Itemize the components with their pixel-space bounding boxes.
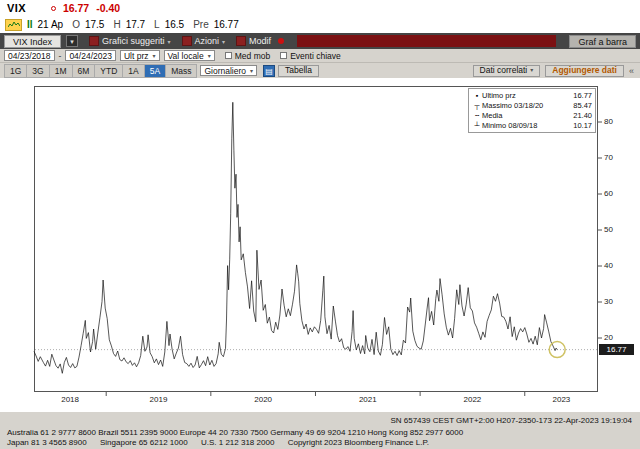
bloomberg-terminal: VIX 16.77 -0.40 Il 21 Ap O 17.5 H 17.7 L… bbox=[0, 0, 640, 449]
period-6m[interactable]: 6M bbox=[73, 65, 96, 77]
prev-close-value: 16.77 bbox=[214, 19, 239, 30]
high-label: H bbox=[113, 19, 120, 30]
menu-key-badge bbox=[89, 36, 99, 46]
last-price-axis-marker: 16.77 bbox=[599, 344, 634, 355]
menu-item-actions[interactable]: Azioni ▾ bbox=[182, 36, 226, 46]
related-data-label: Dati correlati bbox=[480, 65, 528, 76]
ohlc-bar: Il 21 Ap O 17.5 H 17.7 L 16.5 Pre 16.77 bbox=[0, 16, 640, 33]
chevron-down-icon: ▾ bbox=[250, 67, 253, 74]
field-select-value: Ult prz bbox=[124, 51, 149, 61]
session-status-line: SN 657439 CEST GMT+2:00 H207-2350-173 22… bbox=[390, 416, 632, 425]
chevron-down-icon: ▾ bbox=[168, 38, 171, 45]
period-mass[interactable]: Mass bbox=[166, 65, 196, 77]
price-status-icon bbox=[51, 6, 56, 11]
chart-settings-toolbar: 04/23/2018 - 04/24/2023 Ult prz ▾ Val lo… bbox=[0, 49, 640, 63]
sparkline-icon bbox=[5, 19, 22, 31]
legend-value: 85.47 bbox=[573, 101, 592, 110]
moving-average-label: Med mob bbox=[235, 51, 270, 61]
alert-dot-icon bbox=[278, 38, 284, 44]
date-from-input[interactable]: 04/23/2018 bbox=[4, 50, 55, 61]
moving-average-checkbox[interactable]: Med mob bbox=[225, 51, 270, 61]
low-label: L bbox=[154, 19, 160, 30]
mean-marker-icon: ╌ bbox=[472, 111, 482, 120]
key-events-checkbox[interactable]: Eventi chiave bbox=[280, 51, 341, 61]
contact-line-2: Japan 81 3 4565 8900 Singapore 65 6212 1… bbox=[7, 438, 429, 447]
security-tab[interactable]: VIX Index bbox=[4, 35, 61, 48]
chevron-down-icon: ▾ bbox=[153, 52, 156, 59]
period-1m[interactable]: 1M bbox=[50, 65, 73, 77]
data-buttons-group: Dati correlati ▾ Aggiungere dati « bbox=[473, 65, 634, 77]
chevron-down-icon: ▾ bbox=[222, 38, 225, 45]
contact-line-1: Australia 61 2 9777 8600 Brazil 5511 239… bbox=[7, 428, 463, 437]
menu-item-label: Grafici suggeriti bbox=[102, 36, 165, 46]
legend-row: ┴ Minimo 08/09/18 10.17 bbox=[472, 121, 592, 130]
add-data-button[interactable]: Aggiungere dati bbox=[545, 65, 624, 77]
legend-value: 10.17 bbox=[573, 121, 592, 130]
period-1a[interactable]: 1A bbox=[123, 65, 144, 77]
chart-layout-icon[interactable]: ▤ bbox=[263, 65, 275, 77]
legend-row: ▪ Ultimo prz 16.77 bbox=[472, 91, 592, 100]
quote-header: VIX 16.77 -0.40 bbox=[0, 0, 640, 16]
legend-label: Media bbox=[482, 111, 573, 120]
chart-panel: 80706050403020 201820192020202120222023 … bbox=[0, 78, 640, 412]
field-select[interactable]: Ult prz ▾ bbox=[120, 50, 160, 61]
legend-label: Massimo 03/18/20 bbox=[482, 101, 573, 110]
period-5a[interactable]: 5A bbox=[145, 65, 166, 77]
table-button[interactable]: Tabella bbox=[278, 65, 319, 77]
session-label: Il bbox=[27, 19, 33, 30]
security-tab-caret-icon[interactable]: ▾ bbox=[66, 35, 78, 47]
price-line bbox=[34, 102, 557, 373]
checkbox-icon bbox=[225, 52, 232, 59]
menu-item-edit[interactable]: Modif bbox=[236, 36, 271, 46]
currency-select[interactable]: Val locale ▾ bbox=[164, 50, 215, 61]
terminal-footer: SN 657439 CEST GMT+2:00 H207-2350-173 22… bbox=[0, 412, 640, 449]
menu-item-suggested-charts[interactable]: Grafici suggeriti ▾ bbox=[89, 36, 171, 46]
legend-value: 16.77 bbox=[573, 91, 592, 100]
chart-legend: ▪ Ultimo prz 16.77 ┬ Massimo 03/18/20 85… bbox=[468, 88, 596, 133]
chart-type-button[interactable]: Graf a barra bbox=[569, 35, 636, 48]
last-price-marker-icon: ▪ bbox=[472, 91, 482, 100]
menu-item-label: Modif bbox=[249, 36, 271, 46]
menu-key-badge bbox=[236, 36, 246, 46]
menu-bar: VIX Index ▾ Grafici suggeriti ▾ Azioni ▾… bbox=[0, 33, 640, 49]
price-change: -0.40 bbox=[96, 2, 120, 14]
open-label: O bbox=[72, 19, 80, 30]
prev-close-label: Pre bbox=[193, 19, 209, 30]
legend-label: Minimo 08/09/18 bbox=[482, 121, 573, 130]
frequency-select[interactable]: Giornaliero ▾ bbox=[200, 65, 257, 76]
menu-item-label: Azioni bbox=[195, 36, 220, 46]
ticker-symbol: VIX bbox=[7, 2, 26, 14]
low-marker-icon: ┴ bbox=[472, 121, 482, 130]
period-3g[interactable]: 3G bbox=[27, 65, 49, 77]
checkbox-icon bbox=[280, 52, 287, 59]
menu-key-badge bbox=[182, 36, 192, 46]
related-data-button[interactable]: Dati correlati ▾ bbox=[473, 65, 541, 77]
high-marker-icon: ┬ bbox=[472, 101, 482, 110]
period-1g[interactable]: 1G bbox=[5, 65, 27, 77]
period-toolbar: 1G 3G 1M 6M YTD 1A 5A Mass Giornaliero ▾… bbox=[0, 63, 640, 78]
message-strip bbox=[297, 35, 556, 47]
date-to-input[interactable]: 04/24/2023 bbox=[65, 50, 116, 61]
legend-row: ┬ Massimo 03/18/20 85.47 bbox=[472, 101, 592, 110]
low-value: 16.5 bbox=[165, 19, 184, 30]
legend-label: Ultimo prz bbox=[482, 91, 573, 100]
open-value: 17.5 bbox=[85, 19, 104, 30]
period-selector: 1G 3G 1M 6M YTD 1A 5A Mass bbox=[4, 64, 197, 78]
last-price: 16.77 bbox=[63, 2, 89, 14]
currency-select-value: Val locale bbox=[168, 51, 204, 61]
session-date: 21 Ap bbox=[38, 19, 64, 30]
period-ytd[interactable]: YTD bbox=[95, 65, 123, 77]
legend-value: 21.40 bbox=[573, 111, 592, 120]
collapse-chevron-icon[interactable]: « bbox=[629, 66, 634, 76]
date-range-separator: - bbox=[59, 51, 62, 61]
high-value: 17.7 bbox=[126, 19, 145, 30]
frequency-select-value: Giornaliero bbox=[204, 66, 246, 76]
key-events-label: Eventi chiave bbox=[290, 51, 341, 61]
chevron-down-icon: ▾ bbox=[208, 52, 211, 59]
chevron-down-icon: ▾ bbox=[530, 65, 533, 76]
legend-row: ╌ Media 21.40 bbox=[472, 111, 592, 120]
